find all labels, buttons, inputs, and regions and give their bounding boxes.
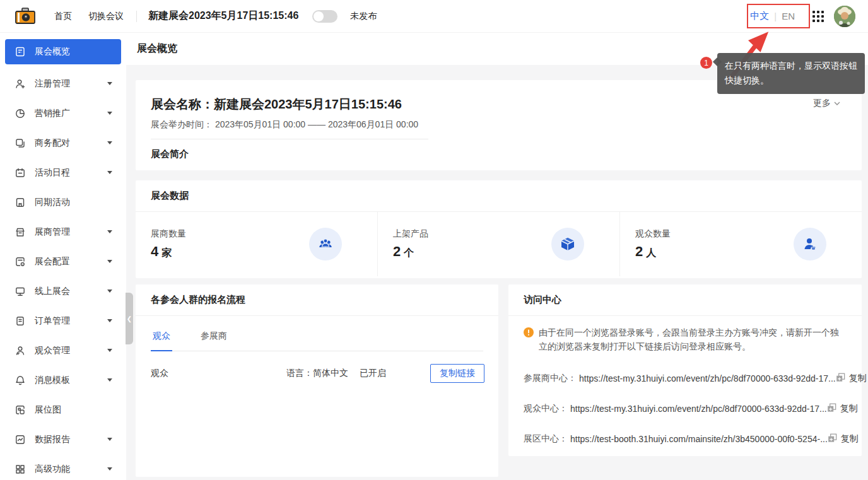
overview-divider [151,139,428,139]
sidebar-item[interactable]: 线上展会 [5,276,121,306]
sidebar-item-label: 观众管理 [35,345,99,356]
bookmark-icon [14,196,26,209]
header-divider [136,11,137,22]
sidebar-item-label: 展会配置 [35,256,99,267]
stat-unit: 家 [161,247,172,260]
sidebar-item-label: 订单管理 [35,315,99,327]
user-avatar[interactable] [834,6,855,27]
data-card-title: 展会数据 [136,180,862,212]
app-launcher-icon[interactable] [812,11,824,22]
nav-home[interactable]: 首页 [54,11,72,22]
access-center-card: 访问中心 由于在同一个浏览器登录账号，会跟当前登录主办方账号冲突，请新开一个独立… [508,284,862,456]
stat-label: 观众数量 [635,228,671,240]
copy-button-label: 复制 [841,433,859,445]
sidebar-item[interactable]: 活动日程 [5,158,121,187]
sidebar-item-label: 线上展会 [35,286,99,297]
sidebar-item[interactable]: 注册管理 [5,69,121,98]
access-row-url: https://test-booth.31huiyi.com/mainsite/… [570,434,828,444]
user-icon [14,344,26,357]
sidebar: 展会概览注册管理营销推广商务配对活动日程同期活动展商管理展会配置线上展会订单管理… [0,33,126,480]
stat-unit: 个 [404,247,414,260]
access-rows: 参展商中心： https://test-my.31huiyi.com/event… [524,373,847,445]
language-value: 语言：简体中文 [286,368,348,379]
exhibition-name: 展会名称：新建展会2023年5月17日15:15:46 [151,96,847,113]
sidebar-item[interactable]: 展商管理 [5,217,121,247]
sidebar-item-label: 注册管理 [35,78,99,90]
more-dropdown[interactable]: 更多 [813,98,840,109]
apps-icon [14,463,26,476]
sidebar-item[interactable]: 营销推广 [5,98,121,128]
copy-link-button[interactable]: 复制链接 [430,364,484,383]
sidebar-item-label: 高级功能 [35,464,99,475]
copy-url-button[interactable]: 复制 [828,433,859,445]
booth-map-icon [14,404,26,416]
access-notice: 由于在同一个浏览器登录账号，会跟当前登录主办方账号冲突，请新开一个独立的浏览器来… [524,325,847,354]
monitor-icon [14,285,26,298]
stat-tile: 观众数量 2 人 [619,212,862,276]
stats-row: 展商数量 4 家 上架产品 2 个 观众数量 2 人 [136,212,862,276]
chevron-down-icon [107,349,112,352]
app-logo-camera-icon[interactable] [14,6,37,26]
lang-zh-button[interactable]: 中文 [750,10,769,22]
order-icon [14,315,26,327]
sidebar-item-label: 展位图 [35,404,115,416]
exhibitors-icon [309,228,342,260]
sidebar-item[interactable]: 展位图 [5,395,121,424]
flow-card-title: 各参会人群的报名流程 [136,284,498,316]
sidebar-item[interactable]: 同期活动 [5,187,121,217]
copy-url-button[interactable]: 复制 [836,373,867,384]
chevron-down-icon [107,319,112,322]
sidebar-item[interactable]: 高级功能 [5,454,121,480]
flow-tabs: 观众参展商 [151,316,483,351]
products-icon [551,228,584,260]
access-row-label: 观众中心： [524,403,568,414]
copy-icon [828,433,837,445]
chevron-down-icon [107,141,112,144]
sidebar-item-label: 数据报告 [35,434,99,445]
chevron-down-icon [107,171,112,174]
sidebar-item-label: 活动日程 [35,167,99,179]
sidebar-menu: 展会概览注册管理营销推广商务配对活动日程同期活动展商管理展会配置线上展会订单管理… [5,39,121,480]
copy-button-label: 复制 [840,403,858,414]
main-area: 展会概览 展会名称：新建展会2023年5月17日15:15:46 展会举办时间：… [126,33,868,480]
flow-tab[interactable]: 参展商 [199,322,229,351]
top-header: 首页 切换会议 新建展会2023年5月17日15:15:46 未发布 中文 | … [0,0,868,33]
warning-icon [524,327,534,354]
sidebar-item[interactable]: 数据报告 [5,424,121,454]
sidebar-item[interactable]: 展会配置 [5,247,121,276]
sidebar-item[interactable]: 商务配对 [5,128,121,158]
chevron-down-icon [107,467,112,471]
chevron-down-icon [107,438,112,441]
registration-flow-card: 各参会人群的报名流程 观众参展商 观众 语言：简体中文 已开启 复制链接 [136,284,498,477]
time-end: 2023年06月01日 00:00 [328,119,418,129]
calendar-icon [14,167,26,179]
flow-row: 观众 语言：简体中文 已开启 复制链接 [136,351,498,383]
language-switch[interactable]: 中文 | EN [742,5,802,27]
access-row: 观众中心： https://test-my.31huiyi.com/event/… [524,403,847,414]
pie-chart-icon [14,107,26,120]
publish-toggle[interactable] [312,10,337,23]
sidebar-collapse-handle[interactable]: ❮ [126,293,133,344]
flow-tab[interactable]: 观众 [151,322,172,351]
chevron-down-icon [107,112,112,115]
stat-tile: 上架产品 2 个 [377,212,619,276]
sidebar-item[interactable]: 展会概览 [5,39,121,64]
publish-status-label: 未发布 [350,11,377,22]
access-notice-text: 由于在同一个浏览器登录账号，会跟当前登录主办方账号冲突，请新开一个独立的浏览器来… [539,325,847,354]
sidebar-item[interactable]: 消息模板 [5,365,121,395]
chevron-down-icon [107,290,112,293]
access-row: 参展商中心： https://test-my.31huiyi.com/event… [524,373,847,384]
chevron-down-icon [107,82,112,85]
overview-icon [14,45,26,58]
sidebar-item-label: 展商管理 [35,226,99,238]
lang-separator: | [774,11,777,21]
copy-url-button[interactable]: 复制 [827,403,858,414]
lang-en-button[interactable]: EN [782,11,795,21]
sidebar-item[interactable]: 订单管理 [5,306,121,336]
annotation-tooltip: 在只有两种语言时，显示双语按钮快捷切换。 [717,53,865,94]
chevron-down-icon [834,102,840,106]
nav-switch-meeting[interactable]: 切换会议 [88,11,124,22]
user-add-icon [14,78,26,90]
chevron-down-icon [107,260,112,263]
sidebar-item[interactable]: 观众管理 [5,336,121,365]
